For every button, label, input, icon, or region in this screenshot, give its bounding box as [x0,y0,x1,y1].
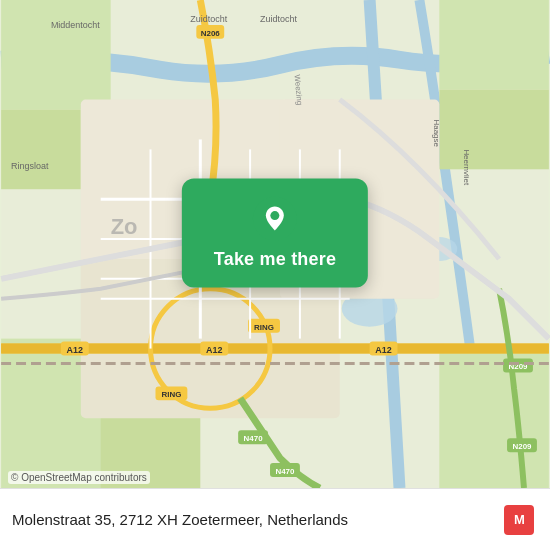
svg-text:Zuidtocht: Zuidtocht [260,14,297,24]
svg-text:RING: RING [254,323,274,332]
svg-text:N209: N209 [512,442,532,451]
svg-text:A12: A12 [375,345,391,355]
svg-text:N470: N470 [275,467,295,476]
map-area: A12 A12 A12 N206 RING RING N470 N470 [0,0,550,488]
svg-text:Heernvliet: Heernvliet [462,149,471,186]
svg-rect-4 [1,110,81,190]
take-me-there-button[interactable]: Take me there [182,179,368,288]
moovit-logo: M [504,505,534,535]
main-container: A12 A12 A12 N206 RING RING N470 N470 [0,0,550,550]
moovit-logo-icon: M [504,505,534,535]
svg-text:A12: A12 [206,345,222,355]
svg-text:N206: N206 [201,29,221,38]
map-attribution: © OpenStreetMap contributors [8,471,150,484]
svg-text:Ringsloat: Ringsloat [11,161,49,171]
svg-rect-6 [439,90,549,170]
svg-text:N470: N470 [244,434,264,443]
svg-text:Zuidtocht: Zuidtocht [190,14,227,24]
location-pin-icon [253,197,297,241]
attribution-text: © OpenStreetMap contributors [11,472,147,483]
svg-text:Haagse: Haagse [432,120,441,148]
svg-rect-3 [1,0,111,110]
svg-text:A12: A12 [67,345,83,355]
svg-point-52 [270,211,279,220]
svg-rect-5 [439,0,549,90]
address-text: Molenstraat 35, 2712 XH Zoetermeer, Neth… [12,511,348,528]
take-me-there-label: Take me there [214,249,336,270]
svg-text:Middentocht: Middentocht [51,20,100,30]
svg-text:RING: RING [161,390,181,399]
svg-text:Zo: Zo [111,214,138,239]
bottom-bar: Molenstraat 35, 2712 XH Zoetermeer, Neth… [0,488,550,550]
